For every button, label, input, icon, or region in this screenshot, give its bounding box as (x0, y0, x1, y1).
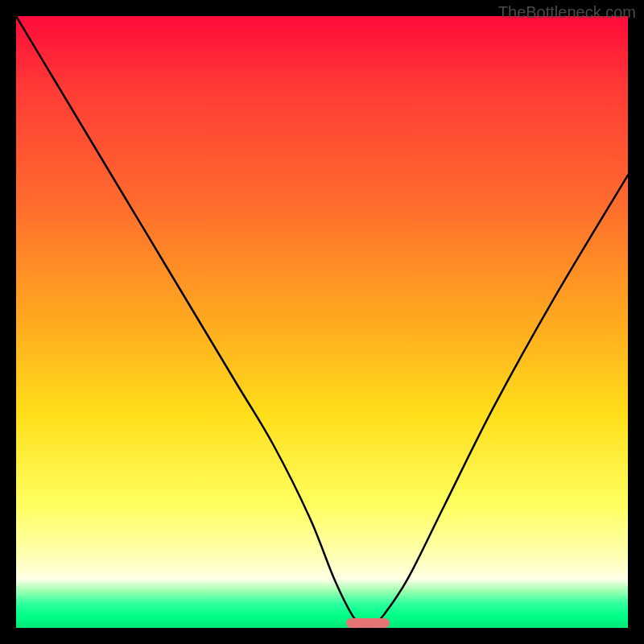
chart-container: TheBottleneck.com (0, 0, 644, 644)
watermark-text: TheBottleneck.com (498, 3, 636, 22)
bottleneck-curve (16, 16, 628, 628)
optimal-marker (346, 618, 389, 628)
plot-area (16, 16, 628, 628)
